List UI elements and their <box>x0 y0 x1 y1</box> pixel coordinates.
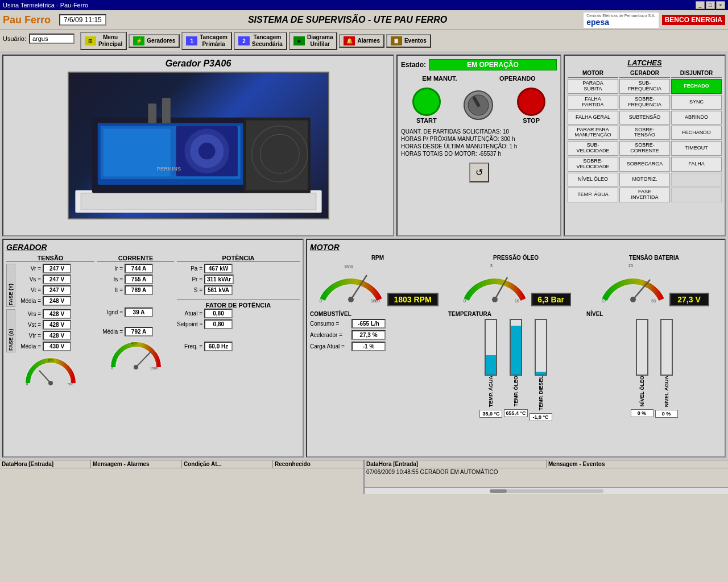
consumo-label: Consumo = <box>310 321 350 327</box>
tensao-vtr-row: Vtr = 428 V <box>15 331 94 340</box>
carga-label: Carga Atual = <box>310 343 350 350</box>
status-col-datetime: DataHora [Entrada] <box>0 460 91 468</box>
corrente-gauge: 0 400 1000 <box>110 339 162 370</box>
start-button[interactable] <box>412 88 441 116</box>
tensao-media-delta-value: 430 V <box>43 342 71 351</box>
pressao-title: PRESSÃO ÓLEO <box>448 255 584 261</box>
temp-agua-value: 35,0 °C <box>479 410 502 418</box>
svg-rect-12 <box>148 103 156 123</box>
latch-motor-3: PARAR PARAMANUTENÇÃO <box>568 126 618 140</box>
nivel-agua-label: NÍVEL ÁGUA <box>664 376 669 407</box>
fp-atual-row: Atual = 0,80 <box>177 309 300 318</box>
tensao-vrs-row: Vrs = 428 V <box>15 309 94 319</box>
bottom-row: GERADOR TENSÃO FASE (Y) Vr = 247 V <box>2 239 726 458</box>
acelerador-row: Acelerador = 27,3 % <box>310 330 445 340</box>
tensao-vt-value: 247 V <box>43 285 71 295</box>
tensao-media-y-label: Média = <box>15 298 41 304</box>
start-btn-group[interactable]: START <box>412 88 441 124</box>
motor-panel-title: MOTOR <box>310 243 722 252</box>
stop-button[interactable] <box>517 88 545 116</box>
scrollbar-svg[interactable] <box>490 488 603 494</box>
latch-gerador-2: SUBTENSÃO <box>619 111 670 124</box>
consumo-row: Consumo = -655 L/h <box>310 319 445 329</box>
motor-bottom-grid: COMBUSTÍVEL Consumo = -655 L/h Acelerado… <box>310 311 722 421</box>
measurements-row: TENSÃO FASE (Y) Vr = 247 V Vs = 247 V <box>6 255 300 386</box>
svg-text:0: 0 <box>320 299 322 302</box>
nivel-oleo-bar <box>636 319 648 376</box>
epesa-subtitle: Centrais Elétricas de Pernambuco S.A. <box>586 14 655 18</box>
fase-y-container: FASE (Y) Vr = 247 V Vs = 247 V V <box>6 264 94 307</box>
latch-gerador-7: FASEINVERTIDA <box>619 188 670 202</box>
svg-text:500: 500 <box>68 383 74 386</box>
latch-disjuntor-4: TIMEOUT <box>671 141 722 156</box>
nav-tancagem1-button[interactable]: 1 TancagemPrimária <box>181 32 232 50</box>
temp-diesel-bar <box>535 319 547 376</box>
latch-motor-6: NÍVEL ÓLEO <box>568 173 618 186</box>
latch-header-gerador: GERADOR <box>619 70 670 78</box>
epesa-logo: Centrais Elétricas de Pernambuco S.A. ep… <box>583 12 659 28</box>
tensao-bat-gauge-svg: 17 20 33 <box>599 263 667 302</box>
motor-panel: MOTOR RPM <box>306 239 726 458</box>
username-input[interactable] <box>29 34 75 44</box>
tensao-vt-label: Vt = <box>15 287 41 293</box>
freq-label: Freq. = <box>177 343 202 350</box>
latch-gerador-4: SOBRE-CORRENTE <box>619 141 670 156</box>
temperatura-bars: TEMP. ÁGUA 35,0 °C TEMP. ÓLEO 655,4 °C <box>448 319 584 421</box>
svg-point-9 <box>198 143 216 160</box>
temp-agua-fill <box>486 355 496 375</box>
window-controls[interactable]: _ □ × <box>696 1 725 9</box>
key-switch[interactable] <box>463 90 494 122</box>
svg-text:17: 17 <box>602 299 606 302</box>
close-button[interactable]: × <box>716 1 725 9</box>
nav-bar: ⊞ MenuPrincipal ⚡ Geradores 1 TancagemPr… <box>77 30 434 52</box>
nav-geradores-button[interactable]: ⚡ Geradores <box>129 34 180 48</box>
fp-atual-label: Atual = <box>177 310 202 317</box>
datetime-display: 7/6/09 11:15 <box>59 14 106 26</box>
tensao-media-y-value: 248 V <box>43 296 71 306</box>
nav-menu-button[interactable]: ⊞ MenuPrincipal <box>80 32 127 50</box>
minimize-button[interactable]: _ <box>696 1 705 9</box>
corrente-it-row: It = 789 A <box>97 285 174 295</box>
op-manut-label: EM MANUT. <box>422 75 457 82</box>
benco-logo: BENCO ENERGIA <box>662 15 725 25</box>
tensao-vr-row: Vr = 247 V <box>15 264 94 273</box>
stop-btn-group[interactable]: STOP <box>517 88 545 124</box>
fase-y-rows: Vr = 247 V Vs = 247 V Vt = 247 V <box>15 264 94 307</box>
corrente-it-value: 789 A <box>125 285 153 295</box>
potencia-s-value: 561 kVA <box>204 285 233 295</box>
acelerador-value: 27,3 % <box>351 330 386 340</box>
nav-alarmes-button[interactable]: 🔔 Alarmes <box>339 34 384 48</box>
reset-button[interactable]: ↺ <box>469 163 489 182</box>
tensao-vs-row: Vs = 247 V <box>15 275 94 284</box>
estado-value: EM OPERAÇÃO <box>429 59 557 70</box>
gerador-panel-title: GERADOR <box>6 243 300 252</box>
tensao-media-delta-label: Média = <box>15 343 41 350</box>
rpm-gauge-svg: 0 1500 1800 <box>317 263 385 302</box>
temperatura-title: TEMPERATURA <box>448 311 584 317</box>
nav-diagrama-button[interactable]: ◈ DiagramaUnifilar <box>289 32 338 50</box>
nav-tancagem2-button[interactable]: 2 TancagemSecundária <box>234 32 287 50</box>
generator-image: PERKINS <box>68 72 329 219</box>
status-scrollbar[interactable] <box>365 487 728 494</box>
controls-row[interactable]: START STOP <box>401 88 557 124</box>
nivel-agua-value: 0 % <box>655 410 678 418</box>
tensao-vrs-label: Vrs = <box>15 311 41 317</box>
svg-point-21 <box>48 381 53 385</box>
pressao-section: PRESSÃO ÓLEO <box>448 255 584 306</box>
nav-eventos-label: Eventos <box>404 38 427 44</box>
window-title: Usina Termelétrica - Pau-Ferro <box>3 2 88 9</box>
maximize-button[interactable]: □ <box>706 1 715 9</box>
latch-gerador-1: SOBRE-FREQUÊNCIA <box>619 95 670 110</box>
title-bar: Usina Termelétrica - Pau-Ferro _ □ × <box>0 0 728 10</box>
gerador-measurements-panel: GERADOR TENSÃO FASE (Y) Vr = 247 V <box>2 239 304 458</box>
logos-area: Centrais Elétricas de Pernambuco S.A. ep… <box>583 12 725 28</box>
tensao-media-y-row: Média = 248 V <box>15 296 94 306</box>
freq-value: 60,0 Hz <box>204 342 233 351</box>
corrente-is-row: Is = 755 A <box>97 275 174 284</box>
generator-icon: ⚡ <box>133 36 144 45</box>
engine-svg: PERKINS <box>69 73 328 218</box>
user-bar: Usuário: <box>0 30 77 47</box>
operation-row: EM MANUT. OPERANDO <box>401 75 557 82</box>
nav-eventos-button[interactable]: 📋 Eventos <box>386 34 431 48</box>
info-desde: HORAS DESDE ÚLTIMA MANUTENÇÃO: 1 h <box>401 143 557 149</box>
